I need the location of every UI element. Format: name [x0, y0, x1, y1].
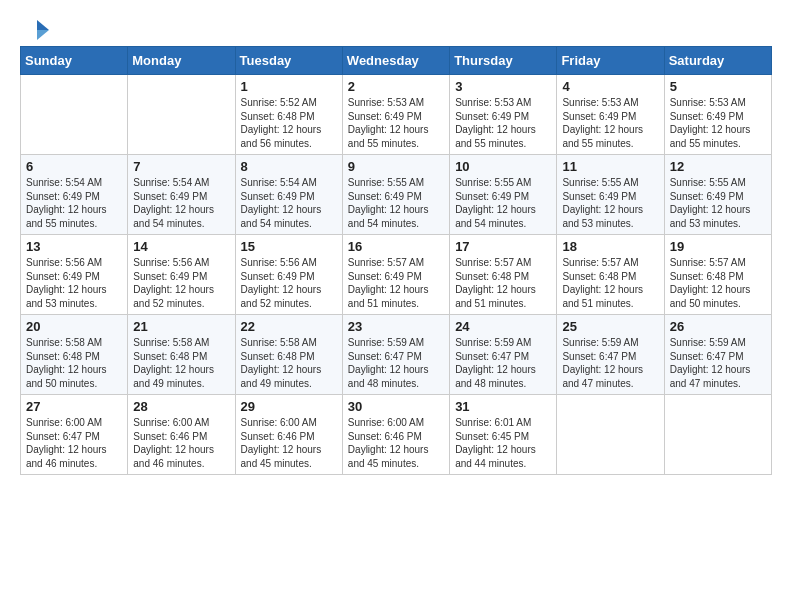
- day-of-week-header: Thursday: [450, 47, 557, 75]
- calendar-cell: 4Sunrise: 5:53 AMSunset: 6:49 PMDaylight…: [557, 75, 664, 155]
- cell-sun-info: Sunrise: 5:54 AMSunset: 6:49 PMDaylight:…: [241, 176, 337, 230]
- calendar-cell: 18Sunrise: 5:57 AMSunset: 6:48 PMDayligh…: [557, 235, 664, 315]
- cell-sun-info: Sunrise: 5:56 AMSunset: 6:49 PMDaylight:…: [133, 256, 229, 310]
- calendar-week-row: 13Sunrise: 5:56 AMSunset: 6:49 PMDayligh…: [21, 235, 772, 315]
- logo: [20, 16, 51, 40]
- cell-sun-info: Sunrise: 5:59 AMSunset: 6:47 PMDaylight:…: [455, 336, 551, 390]
- calendar-cell: 23Sunrise: 5:59 AMSunset: 6:47 PMDayligh…: [342, 315, 449, 395]
- day-of-week-header: Wednesday: [342, 47, 449, 75]
- day-number: 30: [348, 399, 444, 414]
- cell-sun-info: Sunrise: 5:53 AMSunset: 6:49 PMDaylight:…: [348, 96, 444, 150]
- calendar-cell: 16Sunrise: 5:57 AMSunset: 6:49 PMDayligh…: [342, 235, 449, 315]
- day-number: 11: [562, 159, 658, 174]
- calendar-cell: 10Sunrise: 5:55 AMSunset: 6:49 PMDayligh…: [450, 155, 557, 235]
- day-of-week-header: Monday: [128, 47, 235, 75]
- day-number: 21: [133, 319, 229, 334]
- cell-sun-info: Sunrise: 5:52 AMSunset: 6:48 PMDaylight:…: [241, 96, 337, 150]
- day-number: 19: [670, 239, 766, 254]
- logo-icon: [23, 16, 51, 44]
- cell-sun-info: Sunrise: 5:55 AMSunset: 6:49 PMDaylight:…: [348, 176, 444, 230]
- day-number: 12: [670, 159, 766, 174]
- day-number: 3: [455, 79, 551, 94]
- day-number: 9: [348, 159, 444, 174]
- calendar-cell: 25Sunrise: 5:59 AMSunset: 6:47 PMDayligh…: [557, 315, 664, 395]
- cell-sun-info: Sunrise: 5:59 AMSunset: 6:47 PMDaylight:…: [562, 336, 658, 390]
- day-number: 5: [670, 79, 766, 94]
- cell-sun-info: Sunrise: 6:01 AMSunset: 6:45 PMDaylight:…: [455, 416, 551, 470]
- page: SundayMondayTuesdayWednesdayThursdayFrid…: [0, 0, 792, 491]
- calendar-cell: 19Sunrise: 5:57 AMSunset: 6:48 PMDayligh…: [664, 235, 771, 315]
- calendar-cell: 9Sunrise: 5:55 AMSunset: 6:49 PMDaylight…: [342, 155, 449, 235]
- calendar-cell: 27Sunrise: 6:00 AMSunset: 6:47 PMDayligh…: [21, 395, 128, 475]
- day-of-week-header: Saturday: [664, 47, 771, 75]
- svg-marker-1: [37, 30, 49, 40]
- day-number: 26: [670, 319, 766, 334]
- cell-sun-info: Sunrise: 5:58 AMSunset: 6:48 PMDaylight:…: [133, 336, 229, 390]
- calendar-week-row: 6Sunrise: 5:54 AMSunset: 6:49 PMDaylight…: [21, 155, 772, 235]
- day-number: 28: [133, 399, 229, 414]
- day-number: 18: [562, 239, 658, 254]
- day-number: 10: [455, 159, 551, 174]
- calendar-cell: [557, 395, 664, 475]
- day-number: 23: [348, 319, 444, 334]
- cell-sun-info: Sunrise: 5:58 AMSunset: 6:48 PMDaylight:…: [26, 336, 122, 390]
- cell-sun-info: Sunrise: 5:59 AMSunset: 6:47 PMDaylight:…: [348, 336, 444, 390]
- calendar-cell: 1Sunrise: 5:52 AMSunset: 6:48 PMDaylight…: [235, 75, 342, 155]
- day-number: 20: [26, 319, 122, 334]
- cell-sun-info: Sunrise: 5:54 AMSunset: 6:49 PMDaylight:…: [133, 176, 229, 230]
- calendar-cell: 12Sunrise: 5:55 AMSunset: 6:49 PMDayligh…: [664, 155, 771, 235]
- day-number: 25: [562, 319, 658, 334]
- calendar-cell: [128, 75, 235, 155]
- svg-marker-0: [37, 20, 49, 30]
- day-number: 1: [241, 79, 337, 94]
- cell-sun-info: Sunrise: 5:55 AMSunset: 6:49 PMDaylight:…: [562, 176, 658, 230]
- day-number: 27: [26, 399, 122, 414]
- day-number: 8: [241, 159, 337, 174]
- cell-sun-info: Sunrise: 5:54 AMSunset: 6:49 PMDaylight:…: [26, 176, 122, 230]
- calendar-cell: 15Sunrise: 5:56 AMSunset: 6:49 PMDayligh…: [235, 235, 342, 315]
- calendar-cell: 7Sunrise: 5:54 AMSunset: 6:49 PMDaylight…: [128, 155, 235, 235]
- day-number: 29: [241, 399, 337, 414]
- day-number: 14: [133, 239, 229, 254]
- calendar-cell: 21Sunrise: 5:58 AMSunset: 6:48 PMDayligh…: [128, 315, 235, 395]
- calendar-cell: 24Sunrise: 5:59 AMSunset: 6:47 PMDayligh…: [450, 315, 557, 395]
- day-number: 22: [241, 319, 337, 334]
- cell-sun-info: Sunrise: 5:57 AMSunset: 6:48 PMDaylight:…: [670, 256, 766, 310]
- cell-sun-info: Sunrise: 5:53 AMSunset: 6:49 PMDaylight:…: [562, 96, 658, 150]
- day-number: 17: [455, 239, 551, 254]
- calendar-cell: 17Sunrise: 5:57 AMSunset: 6:48 PMDayligh…: [450, 235, 557, 315]
- cell-sun-info: Sunrise: 5:53 AMSunset: 6:49 PMDaylight:…: [670, 96, 766, 150]
- calendar-cell: [21, 75, 128, 155]
- calendar-cell: 8Sunrise: 5:54 AMSunset: 6:49 PMDaylight…: [235, 155, 342, 235]
- day-number: 15: [241, 239, 337, 254]
- calendar-cell: 26Sunrise: 5:59 AMSunset: 6:47 PMDayligh…: [664, 315, 771, 395]
- cell-sun-info: Sunrise: 5:58 AMSunset: 6:48 PMDaylight:…: [241, 336, 337, 390]
- calendar-cell: 22Sunrise: 5:58 AMSunset: 6:48 PMDayligh…: [235, 315, 342, 395]
- calendar: SundayMondayTuesdayWednesdayThursdayFrid…: [20, 46, 772, 475]
- calendar-cell: 11Sunrise: 5:55 AMSunset: 6:49 PMDayligh…: [557, 155, 664, 235]
- header: [20, 16, 772, 40]
- calendar-week-row: 27Sunrise: 6:00 AMSunset: 6:47 PMDayligh…: [21, 395, 772, 475]
- day-number: 6: [26, 159, 122, 174]
- cell-sun-info: Sunrise: 5:57 AMSunset: 6:48 PMDaylight:…: [455, 256, 551, 310]
- cell-sun-info: Sunrise: 6:00 AMSunset: 6:46 PMDaylight:…: [241, 416, 337, 470]
- calendar-cell: 31Sunrise: 6:01 AMSunset: 6:45 PMDayligh…: [450, 395, 557, 475]
- cell-sun-info: Sunrise: 5:56 AMSunset: 6:49 PMDaylight:…: [241, 256, 337, 310]
- day-of-week-header: Sunday: [21, 47, 128, 75]
- calendar-cell: 5Sunrise: 5:53 AMSunset: 6:49 PMDaylight…: [664, 75, 771, 155]
- calendar-cell: 28Sunrise: 6:00 AMSunset: 6:46 PMDayligh…: [128, 395, 235, 475]
- calendar-cell: 30Sunrise: 6:00 AMSunset: 6:46 PMDayligh…: [342, 395, 449, 475]
- day-number: 7: [133, 159, 229, 174]
- day-of-week-header: Friday: [557, 47, 664, 75]
- calendar-cell: 14Sunrise: 5:56 AMSunset: 6:49 PMDayligh…: [128, 235, 235, 315]
- cell-sun-info: Sunrise: 6:00 AMSunset: 6:46 PMDaylight:…: [348, 416, 444, 470]
- cell-sun-info: Sunrise: 5:56 AMSunset: 6:49 PMDaylight:…: [26, 256, 122, 310]
- day-number: 24: [455, 319, 551, 334]
- cell-sun-info: Sunrise: 6:00 AMSunset: 6:46 PMDaylight:…: [133, 416, 229, 470]
- cell-sun-info: Sunrise: 5:55 AMSunset: 6:49 PMDaylight:…: [455, 176, 551, 230]
- cell-sun-info: Sunrise: 5:57 AMSunset: 6:49 PMDaylight:…: [348, 256, 444, 310]
- calendar-cell: 3Sunrise: 5:53 AMSunset: 6:49 PMDaylight…: [450, 75, 557, 155]
- cell-sun-info: Sunrise: 5:53 AMSunset: 6:49 PMDaylight:…: [455, 96, 551, 150]
- day-number: 31: [455, 399, 551, 414]
- cell-sun-info: Sunrise: 5:57 AMSunset: 6:48 PMDaylight:…: [562, 256, 658, 310]
